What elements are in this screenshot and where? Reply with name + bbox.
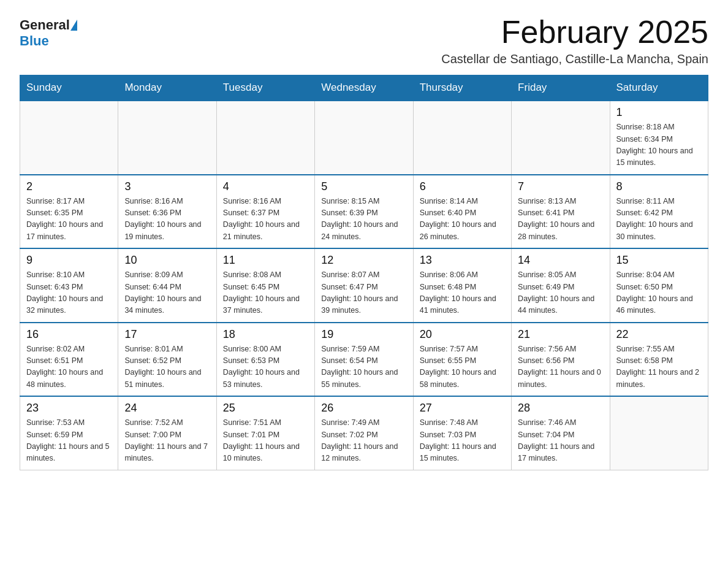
day-info: Sunrise: 8:17 AM Sunset: 6:35 PM Dayligh… [26, 196, 112, 243]
day-number: 1 [616, 106, 702, 119]
day-number: 5 [321, 180, 406, 193]
day-info: Sunrise: 7:51 AM Sunset: 7:01 PM Dayligh… [223, 417, 308, 465]
calendar-week-row: 1Sunrise: 8:18 AM Sunset: 6:34 PM Daylig… [20, 101, 708, 175]
calendar-day-cell: 26Sunrise: 7:49 AM Sunset: 7:02 PM Dayli… [315, 396, 413, 470]
day-info: Sunrise: 8:04 AM Sunset: 6:50 PM Dayligh… [616, 269, 702, 317]
calendar-day-cell: 2Sunrise: 8:17 AM Sunset: 6:35 PM Daylig… [20, 175, 118, 249]
day-info: Sunrise: 8:11 AM Sunset: 6:42 PM Dayligh… [616, 196, 702, 243]
calendar-day-cell: 10Sunrise: 8:09 AM Sunset: 6:44 PM Dayli… [118, 248, 216, 323]
calendar-day-cell: 18Sunrise: 8:00 AM Sunset: 6:53 PM Dayli… [216, 323, 314, 397]
day-number: 22 [616, 328, 702, 341]
calendar-day-cell: 4Sunrise: 8:16 AM Sunset: 6:37 PM Daylig… [216, 175, 314, 249]
day-info: Sunrise: 8:14 AM Sunset: 6:40 PM Dayligh… [420, 196, 505, 243]
calendar-table: SundayMondayTuesdayWednesdayThursdayFrid… [20, 75, 708, 470]
day-number: 17 [124, 328, 210, 341]
day-info: Sunrise: 8:16 AM Sunset: 6:37 PM Dayligh… [223, 196, 308, 243]
day-number: 13 [420, 254, 505, 267]
day-info: Sunrise: 8:07 AM Sunset: 6:47 PM Dayligh… [321, 269, 406, 317]
day-number: 14 [518, 254, 603, 267]
day-info: Sunrise: 8:10 AM Sunset: 6:43 PM Dayligh… [26, 269, 112, 317]
calendar-week-row: 9Sunrise: 8:10 AM Sunset: 6:43 PM Daylig… [20, 248, 708, 323]
day-number: 12 [321, 254, 406, 267]
calendar-day-cell: 1Sunrise: 8:18 AM Sunset: 6:34 PM Daylig… [610, 101, 708, 175]
calendar-day-cell: 16Sunrise: 8:02 AM Sunset: 6:51 PM Dayli… [20, 323, 118, 397]
day-number: 8 [616, 180, 702, 193]
day-number: 10 [124, 254, 210, 267]
calendar-day-cell: 3Sunrise: 8:16 AM Sunset: 6:36 PM Daylig… [118, 175, 216, 249]
day-number: 7 [518, 180, 603, 193]
day-number: 6 [420, 180, 505, 193]
logo: General Blue [20, 17, 78, 49]
calendar-day-cell [315, 101, 413, 175]
calendar-day-cell [413, 101, 511, 175]
day-number: 28 [518, 402, 603, 415]
day-info: Sunrise: 8:02 AM Sunset: 6:51 PM Dayligh… [26, 343, 112, 391]
weekday-header-wednesday: Wednesday [315, 75, 413, 101]
calendar-day-cell: 24Sunrise: 7:52 AM Sunset: 7:00 PM Dayli… [118, 396, 216, 470]
day-number: 21 [518, 328, 603, 341]
calendar-day-cell: 6Sunrise: 8:14 AM Sunset: 6:40 PM Daylig… [413, 175, 511, 249]
calendar-day-cell: 15Sunrise: 8:04 AM Sunset: 6:50 PM Dayli… [610, 248, 708, 323]
weekday-header-tuesday: Tuesday [216, 75, 314, 101]
calendar-day-cell [512, 101, 610, 175]
day-info: Sunrise: 7:56 AM Sunset: 6:56 PM Dayligh… [518, 343, 603, 391]
calendar-day-cell: 23Sunrise: 7:53 AM Sunset: 6:59 PM Dayli… [20, 396, 118, 470]
day-number: 23 [26, 402, 112, 415]
day-info: Sunrise: 8:00 AM Sunset: 6:53 PM Dayligh… [223, 343, 308, 391]
day-info: Sunrise: 8:16 AM Sunset: 6:36 PM Dayligh… [124, 196, 210, 243]
day-info: Sunrise: 8:09 AM Sunset: 6:44 PM Dayligh… [124, 269, 210, 317]
day-number: 25 [223, 402, 308, 415]
calendar-day-cell: 27Sunrise: 7:48 AM Sunset: 7:03 PM Dayli… [413, 396, 511, 470]
calendar-week-row: 16Sunrise: 8:02 AM Sunset: 6:51 PM Dayli… [20, 323, 708, 397]
day-info: Sunrise: 7:55 AM Sunset: 6:58 PM Dayligh… [616, 343, 702, 391]
day-info: Sunrise: 7:48 AM Sunset: 7:03 PM Dayligh… [420, 417, 505, 465]
calendar-week-row: 2Sunrise: 8:17 AM Sunset: 6:35 PM Daylig… [20, 175, 708, 249]
day-number: 11 [223, 254, 308, 267]
weekday-header-saturday: Saturday [610, 75, 708, 101]
day-number: 24 [124, 402, 210, 415]
calendar-body: 1Sunrise: 8:18 AM Sunset: 6:34 PM Daylig… [20, 101, 708, 470]
calendar-day-cell: 8Sunrise: 8:11 AM Sunset: 6:42 PM Daylig… [610, 175, 708, 249]
day-info: Sunrise: 8:18 AM Sunset: 6:34 PM Dayligh… [616, 121, 702, 169]
calendar-day-cell: 25Sunrise: 7:51 AM Sunset: 7:01 PM Dayli… [216, 396, 314, 470]
logo-blue-text: Blue [20, 33, 49, 48]
weekday-header-monday: Monday [118, 75, 216, 101]
calendar-day-cell: 20Sunrise: 7:57 AM Sunset: 6:55 PM Dayli… [413, 323, 511, 397]
title-block: February 2025 Castellar de Santiago, Cas… [441, 15, 708, 66]
logo-triangle-icon [70, 20, 77, 31]
day-number: 26 [321, 402, 406, 415]
calendar-day-cell: 17Sunrise: 8:01 AM Sunset: 6:52 PM Dayli… [118, 323, 216, 397]
calendar-day-cell: 11Sunrise: 8:08 AM Sunset: 6:45 PM Dayli… [216, 248, 314, 323]
day-number: 3 [124, 180, 210, 193]
day-number: 18 [223, 328, 308, 341]
day-number: 19 [321, 328, 406, 341]
day-info: Sunrise: 7:53 AM Sunset: 6:59 PM Dayligh… [26, 417, 112, 465]
day-number: 15 [616, 254, 702, 267]
calendar-day-cell: 9Sunrise: 8:10 AM Sunset: 6:43 PM Daylig… [20, 248, 118, 323]
calendar-day-cell: 5Sunrise: 8:15 AM Sunset: 6:39 PM Daylig… [315, 175, 413, 249]
calendar-day-cell: 28Sunrise: 7:46 AM Sunset: 7:04 PM Dayli… [512, 396, 610, 470]
day-info: Sunrise: 8:15 AM Sunset: 6:39 PM Dayligh… [321, 196, 406, 243]
day-info: Sunrise: 8:08 AM Sunset: 6:45 PM Dayligh… [223, 269, 308, 317]
day-number: 27 [420, 402, 505, 415]
calendar-day-cell: 14Sunrise: 8:05 AM Sunset: 6:49 PM Dayli… [512, 248, 610, 323]
day-number: 9 [26, 254, 112, 267]
calendar-day-cell: 19Sunrise: 7:59 AM Sunset: 6:54 PM Dayli… [315, 323, 413, 397]
location-subtitle: Castellar de Santiago, Castille-La Manch… [441, 52, 708, 66]
page-header: General Blue February 2025 Castellar de … [20, 15, 708, 66]
calendar-day-cell [20, 101, 118, 175]
calendar-day-cell [610, 396, 708, 470]
weekday-header-friday: Friday [512, 75, 610, 101]
day-number: 20 [420, 328, 505, 341]
day-info: Sunrise: 8:13 AM Sunset: 6:41 PM Dayligh… [518, 196, 603, 243]
calendar-week-row: 23Sunrise: 7:53 AM Sunset: 6:59 PM Dayli… [20, 396, 708, 470]
calendar-day-cell [118, 101, 216, 175]
calendar-day-cell: 12Sunrise: 8:07 AM Sunset: 6:47 PM Dayli… [315, 248, 413, 323]
calendar-day-cell: 7Sunrise: 8:13 AM Sunset: 6:41 PM Daylig… [512, 175, 610, 249]
day-number: 2 [26, 180, 112, 193]
calendar-day-cell [216, 101, 314, 175]
weekday-header-sunday: Sunday [20, 75, 118, 101]
month-title: February 2025 [441, 15, 708, 50]
day-info: Sunrise: 8:05 AM Sunset: 6:49 PM Dayligh… [518, 269, 603, 317]
weekday-header-row: SundayMondayTuesdayWednesdayThursdayFrid… [20, 75, 708, 101]
